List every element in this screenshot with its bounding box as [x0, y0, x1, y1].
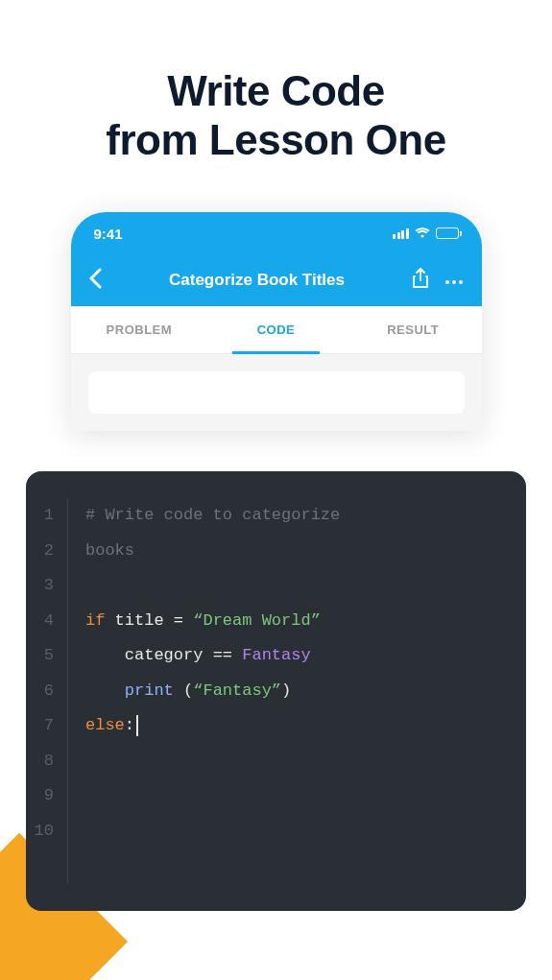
status-indicators	[393, 227, 459, 239]
tab-problem[interactable]: PROBLEM	[71, 306, 208, 353]
code-line[interactable]: if title = “Dream World”	[85, 604, 507, 639]
code-line[interactable]: print (“Fantasy”)	[85, 674, 507, 709]
line-number-gutter: 12345678910	[26, 498, 68, 884]
status-bar: 9:41	[71, 212, 482, 254]
code-line[interactable]: else:	[85, 708, 507, 744]
code-line[interactable]	[85, 849, 507, 884]
line-number: 3	[26, 568, 54, 604]
tab-result[interactable]: RESULT	[345, 306, 482, 353]
code-line[interactable]: # Write code to categorize	[85, 498, 507, 534]
navigation-bar: Categorize Book Titles	[71, 254, 482, 306]
headline-line-1: Write Code	[38, 67, 514, 116]
status-time: 9:41	[94, 226, 123, 242]
text-cursor	[136, 715, 138, 736]
svg-point-0	[445, 280, 449, 284]
line-number: 8	[26, 744, 54, 779]
tab-code[interactable]: CODE	[207, 306, 345, 353]
tab-bar: PROBLEM CODE RESULT	[71, 306, 482, 354]
line-number: 9	[26, 778, 54, 814]
code-content[interactable]: # Write code to categorizebooksif title …	[68, 498, 507, 884]
content-area	[71, 354, 482, 431]
code-line[interactable]: category == Fantasy	[85, 638, 507, 674]
code-editor[interactable]: 12345678910 # Write code to categorizebo…	[26, 471, 526, 911]
back-button[interactable]	[88, 266, 102, 296]
code-line[interactable]	[85, 744, 507, 779]
headline-line-2: from Lesson One	[38, 116, 514, 165]
code-line[interactable]	[85, 778, 507, 814]
code-line[interactable]	[85, 568, 507, 604]
line-number: 2	[26, 534, 54, 569]
content-card	[88, 371, 465, 414]
phone-mockup: 9:41 Categorize Book Titles PROBLEM	[71, 212, 482, 431]
more-button[interactable]	[444, 272, 464, 289]
marketing-headline: Write Code from Lesson One	[0, 0, 552, 212]
code-line[interactable]	[85, 814, 507, 849]
line-number: 10	[26, 814, 54, 849]
page-title: Categorize Book Titles	[169, 271, 345, 290]
svg-point-2	[459, 280, 463, 284]
signal-icon	[393, 228, 409, 239]
line-number: 7	[26, 708, 54, 744]
line-number: 6	[26, 674, 54, 709]
code-line[interactable]: books	[85, 534, 507, 569]
line-number: 4	[26, 604, 54, 639]
svg-point-1	[452, 280, 456, 284]
share-button[interactable]	[412, 268, 429, 293]
line-number: 1	[26, 498, 54, 534]
wifi-icon	[415, 227, 430, 239]
battery-icon	[436, 227, 459, 239]
line-number: 5	[26, 638, 54, 674]
